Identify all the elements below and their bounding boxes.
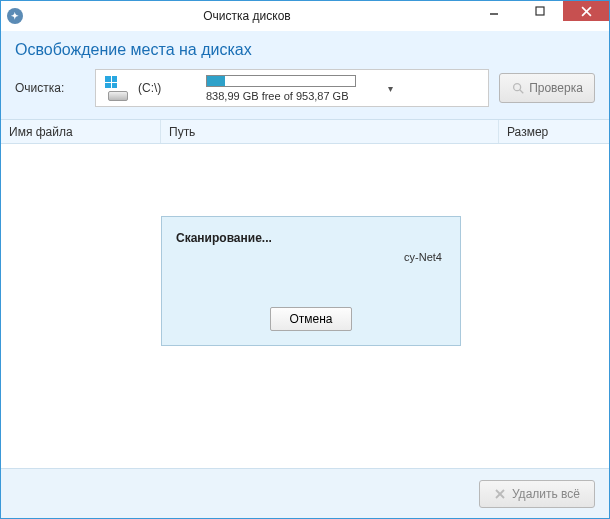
- scan-title: Сканирование...: [176, 231, 446, 245]
- svg-line-5: [520, 90, 524, 94]
- drive-selector[interactable]: (C:\) 838,99 GB free of 953,87 GB ▾: [95, 69, 489, 107]
- svg-point-4: [514, 84, 521, 91]
- scan-dialog: Сканирование... cy-Net4 Отмена: [161, 216, 461, 346]
- check-button-label: Проверка: [529, 81, 583, 95]
- usage-bar: [206, 75, 356, 87]
- usage-text: 838,99 GB free of 953,87 GB: [206, 90, 348, 102]
- svg-rect-1: [536, 7, 544, 15]
- window-controls: [471, 1, 609, 31]
- scan-current-file: cy-Net4: [176, 251, 446, 263]
- drive-name: (C:\): [138, 81, 198, 95]
- chevron-down-icon[interactable]: ▾: [384, 83, 397, 94]
- cleanup-row: Очистка: (C:\) 838,99 GB free of 953,87 …: [15, 69, 595, 107]
- cancel-button[interactable]: Отмена: [270, 307, 351, 331]
- check-button[interactable]: Проверка: [499, 73, 595, 103]
- column-path[interactable]: Путь: [161, 120, 499, 143]
- page-title: Освобождение места на дисках: [15, 41, 595, 59]
- content-area: Сканирование... cy-Net4 Отмена: [1, 144, 609, 468]
- drive-icon: [104, 75, 130, 101]
- column-size[interactable]: Размер: [499, 120, 609, 143]
- titlebar: ✦ Очистка дисков: [1, 1, 609, 31]
- window-title: Очистка дисков: [23, 9, 471, 23]
- cleanup-label: Очистка:: [15, 81, 85, 95]
- search-icon: [511, 81, 525, 95]
- delete-all-label: Удалить всё: [512, 487, 580, 501]
- header-panel: Освобождение места на дисках Очистка: (C…: [1, 31, 609, 120]
- drive-usage: 838,99 GB free of 953,87 GB: [206, 75, 376, 102]
- app-icon: ✦: [7, 8, 23, 24]
- delete-all-button[interactable]: Удалить всё: [479, 480, 595, 508]
- delete-icon: [494, 488, 506, 500]
- column-filename[interactable]: Имя файла: [1, 120, 161, 143]
- column-headers: Имя файла Путь Размер: [1, 120, 609, 144]
- minimize-button[interactable]: [471, 1, 517, 21]
- footer: Удалить всё: [1, 468, 609, 518]
- close-button[interactable]: [563, 1, 609, 21]
- maximize-button[interactable]: [517, 1, 563, 21]
